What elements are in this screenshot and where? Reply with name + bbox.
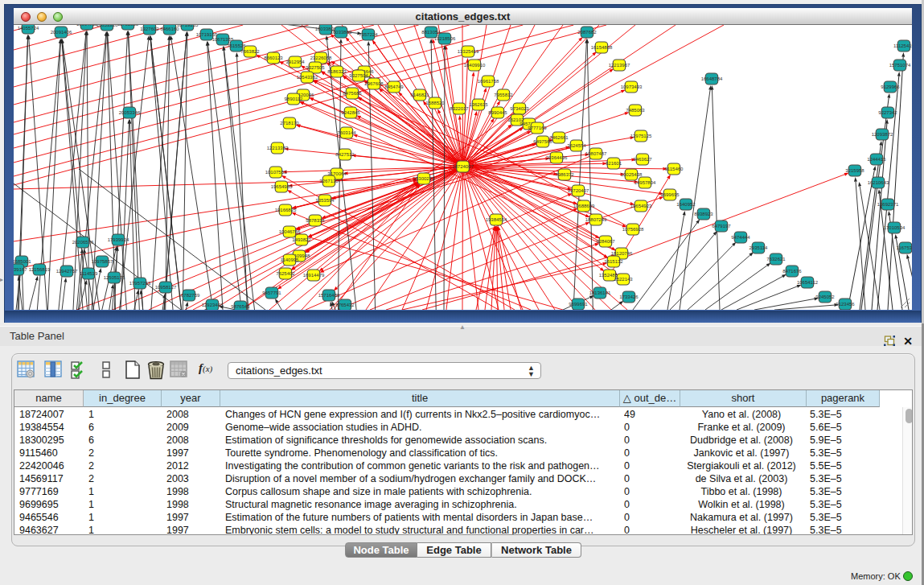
svg-text:10654112: 10654112 <box>797 280 819 285</box>
svg-text:7663822: 7663822 <box>240 49 260 54</box>
svg-text:10653326: 10653326 <box>97 25 118 27</box>
svg-text:8471676: 8471676 <box>782 269 802 274</box>
svg-text:25300273: 25300273 <box>413 176 435 181</box>
svg-text:10543362: 10543362 <box>297 75 318 80</box>
svg-text:12975125: 12975125 <box>630 134 652 138</box>
svg-text:19384554: 19384554 <box>486 217 507 222</box>
svg-text:16210643: 16210643 <box>868 180 889 185</box>
svg-text:16782759: 16782759 <box>179 293 200 298</box>
svg-text:10025438: 10025438 <box>621 172 643 177</box>
svg-text:16914479: 16914479 <box>303 273 325 278</box>
svg-text:10719155: 10719155 <box>177 25 199 27</box>
svg-text:16648784: 16648784 <box>701 76 723 81</box>
svg-text:9327504: 9327504 <box>349 73 368 78</box>
svg-text:11125419: 11125419 <box>893 43 912 48</box>
svg-text:9227342: 9227342 <box>878 110 897 115</box>
svg-text:12093872: 12093872 <box>872 132 893 137</box>
svg-text:19654985: 19654985 <box>271 184 293 189</box>
svg-text:19654923: 19654923 <box>630 204 652 208</box>
svg-text:2967608: 2967608 <box>364 81 384 86</box>
svg-text:14055724: 14055724 <box>18 26 39 31</box>
svg-text:12213967: 12213967 <box>609 63 630 68</box>
svg-text:621601: 621601 <box>606 161 622 166</box>
svg-text:2935114: 2935114 <box>749 245 769 250</box>
svg-text:8660123: 8660123 <box>264 56 283 60</box>
svg-text:1353594: 1353594 <box>315 198 335 203</box>
svg-text:19166825: 19166825 <box>275 208 297 212</box>
svg-text:7462661: 7462661 <box>549 135 569 140</box>
svg-text:1114519: 1114519 <box>80 271 98 276</box>
svg-text:11731355: 11731355 <box>117 25 139 27</box>
svg-text:14957804: 14957804 <box>634 180 656 185</box>
svg-text:2718170: 2718170 <box>280 121 299 126</box>
svg-text:10975857: 10975857 <box>92 259 113 264</box>
svg-text:1140995: 1140995 <box>281 257 300 262</box>
svg-text:16033809: 16033809 <box>331 30 352 35</box>
svg-text:13720407: 13720407 <box>568 188 589 193</box>
svg-text:20364436: 20364436 <box>546 155 568 160</box>
svg-text:7485063: 7485063 <box>626 108 645 113</box>
svg-text:20053346: 20053346 <box>119 110 141 115</box>
svg-text:10807487: 10807487 <box>585 151 607 156</box>
svg-text:9242845: 9242845 <box>341 110 360 115</box>
svg-text:8813054: 8813054 <box>421 30 441 35</box>
svg-text:1244415: 1244415 <box>867 157 886 162</box>
svg-text:1327602: 1327602 <box>140 27 159 31</box>
svg-text:9284067: 9284067 <box>596 239 615 244</box>
svg-text:5585001: 5585001 <box>14 259 31 264</box>
svg-text:16154808: 16154808 <box>591 45 613 50</box>
svg-text:16961758: 16961758 <box>478 79 499 84</box>
svg-text:8990445: 8990445 <box>488 110 507 115</box>
svg-text:1362615: 1362615 <box>469 102 488 107</box>
svg-text:9245052: 9245052 <box>815 295 835 299</box>
svg-text:10973493: 10973493 <box>621 84 643 89</box>
svg-text:9890112: 9890112 <box>285 97 304 101</box>
svg-text:8475685: 8475685 <box>343 91 362 96</box>
svg-text:6479197: 6479197 <box>712 224 731 229</box>
svg-text:1493822: 1493822 <box>292 237 311 242</box>
svg-text:13325419: 13325419 <box>458 49 479 54</box>
svg-text:12505175: 12505175 <box>104 275 125 280</box>
svg-text:18724007: 18724007 <box>452 164 474 169</box>
svg-text:17010534: 17010534 <box>884 225 906 230</box>
svg-text:18807249: 18807249 <box>585 217 607 222</box>
svg-text:9146821: 9146821 <box>410 93 429 97</box>
svg-text:1640952: 1640952 <box>676 202 696 207</box>
svg-text:8938923: 8938923 <box>694 212 713 216</box>
svg-text:10046766: 10046766 <box>279 229 301 234</box>
svg-text:1615132: 1615132 <box>604 259 623 264</box>
svg-text:3215958: 3215958 <box>845 168 864 173</box>
svg-text:2087682: 2087682 <box>577 30 597 35</box>
svg-text:1167539: 1167539 <box>897 245 912 250</box>
svg-text:8322017: 8322017 <box>450 106 469 111</box>
svg-text:9474444: 9474444 <box>731 235 750 240</box>
svg-text:8454749: 8454749 <box>384 84 404 89</box>
svg-text:10958127: 10958127 <box>155 285 177 290</box>
svg-text:2522143: 2522143 <box>614 277 633 282</box>
svg-text:15716485: 15716485 <box>318 293 340 298</box>
svg-text:12923446: 12923446 <box>202 303 224 307</box>
svg-text:18120746: 18120746 <box>611 251 633 256</box>
svg-text:5878334: 5878334 <box>306 218 325 223</box>
svg-text:23226058: 23226058 <box>310 56 332 60</box>
svg-text:3912954: 3912954 <box>285 60 305 64</box>
svg-text:1733426: 1733426 <box>619 295 639 299</box>
svg-text:7955812: 7955812 <box>494 93 513 97</box>
svg-text:7603144: 7603144 <box>337 130 356 135</box>
svg-text:9699695: 9699695 <box>660 192 680 197</box>
svg-text:17939924: 17939924 <box>108 237 129 242</box>
svg-text:8186323: 8186323 <box>327 69 347 74</box>
svg-text:7515526: 7515526 <box>227 43 246 48</box>
svg-text:10107553: 10107553 <box>265 170 287 175</box>
svg-text:12213383: 12213383 <box>267 146 289 150</box>
svg-text:12942757: 12942757 <box>56 269 78 274</box>
svg-text:9129966: 9129966 <box>881 84 900 89</box>
svg-text:9777169: 9777169 <box>528 126 547 130</box>
svg-text:9876543: 9876543 <box>231 304 250 309</box>
svg-text:9327505: 9327505 <box>306 65 325 70</box>
svg-text:20206576: 20206576 <box>72 240 94 245</box>
svg-text:12156819: 12156819 <box>29 267 51 272</box>
svg-text:8765432: 8765432 <box>335 303 355 307</box>
svg-text:14136141: 14136141 <box>589 290 611 295</box>
svg-text:13692371: 13692371 <box>877 202 899 207</box>
